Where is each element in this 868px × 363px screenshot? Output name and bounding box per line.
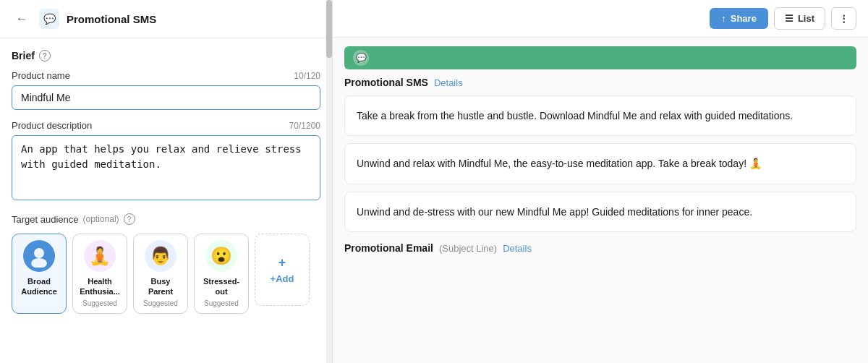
sms-section-header: Promotional SMS Details bbox=[344, 77, 856, 88]
message-text-1: Take a break from the hustle and bustle.… bbox=[357, 108, 844, 124]
email-section-header: Promotional Email (Subject Line) Details bbox=[344, 242, 856, 254]
stressed-avatar: 😮 bbox=[205, 240, 237, 272]
scroll-track[interactable] bbox=[326, 0, 332, 363]
message-card-3: Unwind and de-stress with our new Mindfu… bbox=[344, 192, 856, 232]
message-text-3: Unwind and de-stress with our new Mindfu… bbox=[357, 204, 844, 220]
back-button[interactable]: ← bbox=[12, 11, 32, 27]
message-card-2: Unwind and relax with Mindful Me, the ea… bbox=[344, 143, 856, 184]
extra-button[interactable]: ⋮ bbox=[831, 7, 856, 30]
health-suggested: Suggested bbox=[82, 299, 117, 307]
audience-card-health[interactable]: 🧘 Health Enthusia... Suggested bbox=[72, 234, 127, 314]
scroll-thumb[interactable] bbox=[326, 0, 332, 58]
audience-cards: Broad Audience 🧘 Health Enthusia... Sugg… bbox=[12, 234, 320, 314]
email-details-link[interactable]: Details bbox=[503, 243, 532, 254]
stressed-audience-name: Stressed-out bbox=[199, 276, 244, 297]
audience-label-row: Target audience (optional) ? bbox=[12, 213, 320, 225]
add-audience-card[interactable]: + +Add bbox=[255, 234, 310, 306]
message-text-2: Unwind and relax with Mindful Me, the ea… bbox=[357, 155, 844, 171]
subject-line-label: (Subject Line) bbox=[439, 243, 497, 254]
green-bar-icon: 💬 bbox=[353, 50, 369, 66]
share-label: Share bbox=[731, 13, 757, 24]
health-audience-name: Health Enthusia... bbox=[77, 276, 122, 297]
product-name-label: Product name bbox=[12, 70, 70, 81]
sms-section-title: Promotional SMS bbox=[344, 77, 428, 88]
add-icon: + bbox=[278, 255, 286, 270]
green-bar: 💬 bbox=[344, 46, 856, 69]
product-name-label-row: Product name 10/120 bbox=[12, 70, 320, 81]
busy-audience-name: Busy Parent bbox=[138, 276, 183, 297]
sms-details-link[interactable]: Details bbox=[434, 77, 463, 88]
chat-icon: 💬 bbox=[43, 13, 56, 25]
stressed-suggested: Suggested bbox=[204, 299, 239, 307]
audience-card-busy[interactable]: 👨 Busy Parent Suggested bbox=[133, 234, 188, 314]
product-name-char-count: 10/120 bbox=[294, 71, 320, 81]
audience-label: Target audience bbox=[12, 214, 79, 225]
product-desc-label: Product description bbox=[12, 120, 92, 131]
product-name-input[interactable] bbox=[12, 85, 320, 110]
right-content: 💬 Promotional SMS Details Take a break f… bbox=[333, 38, 868, 363]
brief-section-title: Brief ? bbox=[12, 50, 320, 61]
email-section-title: Promotional Email bbox=[344, 242, 433, 254]
list-label: List bbox=[798, 13, 814, 24]
share-button[interactable]: ↑ Share bbox=[710, 8, 768, 29]
left-panel: ← 💬 Promotional SMS Brief ? Product name… bbox=[0, 0, 333, 363]
right-panel: ↑ Share ☰ List ⋮ 💬 Promotional SMS Detai… bbox=[333, 0, 868, 363]
panel-title: Promotional SMS bbox=[67, 13, 156, 25]
promo-email-section: Promotional Email (Subject Line) Details bbox=[344, 242, 856, 254]
product-desc-label-row: Product description 70/1200 bbox=[12, 120, 320, 131]
panel-content: Brief ? Product name 10/120 Product desc… bbox=[0, 38, 332, 363]
audience-optional: (optional) bbox=[83, 214, 119, 224]
audience-card-stressed[interactable]: 😮 Stressed-out Suggested bbox=[194, 234, 249, 314]
list-icon: ☰ bbox=[785, 13, 793, 24]
svg-point-0 bbox=[34, 248, 44, 258]
busy-suggested: Suggested bbox=[143, 299, 178, 307]
panel-header: ← 💬 Promotional SMS bbox=[0, 0, 332, 38]
audience-help-icon[interactable]: ? bbox=[124, 213, 135, 225]
brief-help-icon[interactable]: ? bbox=[39, 50, 51, 61]
product-desc-char-count: 70/1200 bbox=[289, 121, 320, 131]
share-icon: ↑ bbox=[721, 13, 726, 24]
product-desc-textarea[interactable]: An app that helps you relax and relieve … bbox=[12, 135, 320, 200]
broad-audience-name: Broad Audience bbox=[17, 276, 61, 297]
add-label: +Add bbox=[271, 273, 294, 284]
right-header: ↑ Share ☰ List ⋮ bbox=[333, 0, 868, 38]
message-card-1: Take a break from the hustle and bustle.… bbox=[344, 95, 856, 136]
list-button[interactable]: ☰ List bbox=[774, 7, 825, 30]
brief-label: Brief bbox=[12, 50, 35, 61]
audience-card-broad[interactable]: Broad Audience bbox=[12, 234, 67, 314]
busy-avatar: 👨 bbox=[145, 240, 176, 272]
svg-point-1 bbox=[31, 258, 47, 268]
health-avatar: 🧘 bbox=[84, 240, 116, 272]
header-icon: 💬 bbox=[39, 9, 59, 29]
broad-avatar bbox=[23, 240, 55, 272]
